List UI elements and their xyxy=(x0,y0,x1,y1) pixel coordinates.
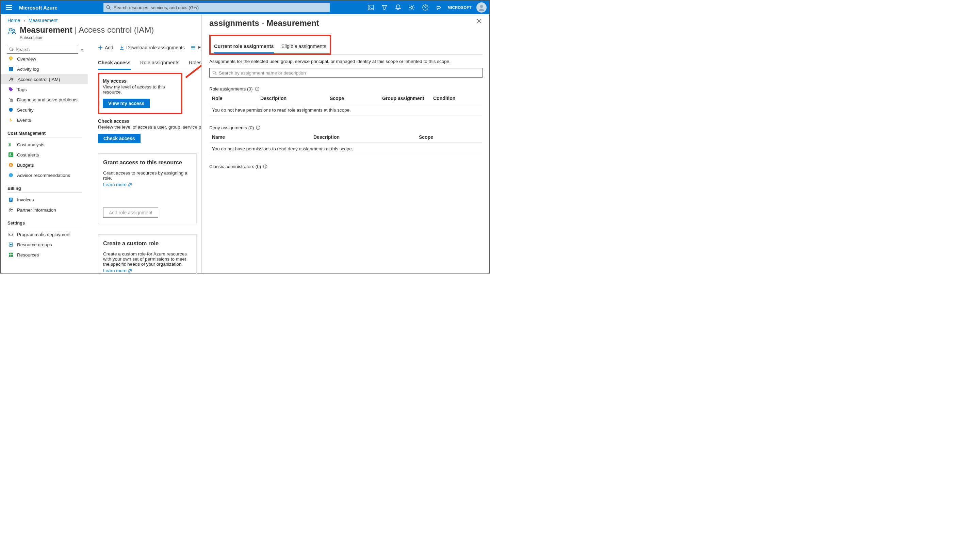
navitem-events[interactable]: Events xyxy=(7,115,88,125)
role-assignments-section: Role assignments (0) xyxy=(209,86,482,92)
custom-card-title: Create a custom role xyxy=(103,240,192,246)
check-access-button[interactable]: Check access xyxy=(98,134,140,143)
svg-text:$: $ xyxy=(8,142,11,147)
info-icon[interactable] xyxy=(255,87,259,91)
info-icon[interactable] xyxy=(256,126,260,130)
svg-line-34 xyxy=(215,73,217,75)
search-icon xyxy=(9,47,14,52)
svg-point-3 xyxy=(411,6,413,8)
tab-check-access[interactable]: Check access xyxy=(98,60,130,70)
notifications-icon[interactable] xyxy=(391,1,405,14)
nav-search-input[interactable] xyxy=(16,47,76,52)
search-icon xyxy=(106,5,111,10)
navitem-programmatic[interactable]: Programmatic deployment xyxy=(7,229,88,240)
search-icon xyxy=(212,71,217,75)
navitem-resource-groups[interactable]: Resource groups xyxy=(7,240,88,250)
svg-point-33 xyxy=(213,71,215,74)
navitem-security[interactable]: Security xyxy=(7,105,88,115)
svg-rect-26 xyxy=(10,244,11,245)
menu-hamburger-icon[interactable] xyxy=(1,5,17,10)
svg-point-12 xyxy=(10,78,11,79)
close-icon[interactable] xyxy=(476,18,482,24)
svg-text:$: $ xyxy=(10,153,11,157)
toolbar-add-button[interactable]: Add xyxy=(98,45,113,50)
navitem-overview[interactable]: Overview xyxy=(7,54,88,64)
external-link-icon xyxy=(128,183,132,187)
svg-line-10 xyxy=(12,50,14,51)
navitem-resources[interactable]: Resources xyxy=(7,250,88,260)
tenant-label: MICROSOFT xyxy=(446,5,474,10)
grant-learn-more-link[interactable]: Learn more xyxy=(103,182,132,187)
svg-rect-30 xyxy=(11,255,13,257)
custom-learn-more-link[interactable]: Learn more xyxy=(103,268,132,273)
rightpane-title: assignments - Measurement xyxy=(209,18,319,28)
navitem-invoices[interactable]: Invoices xyxy=(7,195,88,205)
cloud-shell-icon[interactable] xyxy=(364,1,378,14)
svg-rect-2 xyxy=(368,5,374,10)
grant-card-desc: Grant access to resources by assigning a… xyxy=(103,170,192,181)
svg-point-22 xyxy=(10,208,11,210)
toolbar-download-button[interactable]: Download role assignments xyxy=(119,45,185,50)
collapse-nav-icon[interactable]: « xyxy=(81,47,83,52)
nav-group-settings: Settings xyxy=(8,220,88,226)
user-avatar[interactable] xyxy=(476,2,487,13)
svg-text:$: $ xyxy=(10,164,11,167)
settings-gear-icon[interactable] xyxy=(405,1,418,14)
nav-group-billing: Billing xyxy=(8,186,88,191)
tab-roles[interactable]: Roles xyxy=(189,60,202,70)
info-icon[interactable] xyxy=(263,164,267,169)
pane-tabs-highlight: Current role assignments Eligible assign… xyxy=(209,35,331,55)
global-search[interactable] xyxy=(103,3,330,12)
feedback-icon[interactable] xyxy=(432,1,446,14)
classic-admins-section: Classic administrators (0) xyxy=(209,164,482,169)
tab-role-assignments[interactable]: Role assignments xyxy=(140,60,179,70)
navitem-diagnose[interactable]: Diagnose and solve problems xyxy=(7,95,88,105)
nav-search[interactable] xyxy=(7,45,78,54)
navitem-cost-analysis[interactable]: $Cost analysis xyxy=(7,140,88,149)
role-empty-message: You do not have permissions to read role… xyxy=(209,104,482,116)
tab-eligible-assignments[interactable]: Eligible assignments xyxy=(282,43,326,53)
grant-access-card: Grant access to this resource Grant acce… xyxy=(98,153,197,224)
svg-point-5 xyxy=(437,6,439,9)
page-title: Measurement | Access control (IAM) xyxy=(20,25,154,35)
my-access-title: My access xyxy=(103,78,178,84)
tab-current-role-assignments[interactable]: Current role assignments xyxy=(214,43,274,53)
breadcrumb-home[interactable]: Home xyxy=(8,18,20,23)
svg-point-9 xyxy=(10,48,12,50)
help-icon[interactable] xyxy=(418,1,432,14)
deny-assignments-section: Deny assignments (0) xyxy=(209,125,482,130)
navitem-advisor[interactable]: Advisor recommendations xyxy=(7,170,88,180)
add-role-assignment-button[interactable]: Add role assignment xyxy=(103,208,158,218)
svg-point-8 xyxy=(13,29,14,31)
navitem-budgets[interactable]: $Budgets xyxy=(7,160,88,170)
svg-rect-28 xyxy=(11,253,13,254)
directory-filter-icon[interactable] xyxy=(378,1,391,14)
navitem-partner-info[interactable]: Partner information xyxy=(7,205,88,215)
navitem-cost-alerts[interactable]: $Cost alerts xyxy=(7,149,88,160)
global-search-input[interactable] xyxy=(114,5,327,10)
svg-point-6 xyxy=(480,5,483,8)
svg-point-13 xyxy=(12,78,13,80)
breadcrumb-sep: › xyxy=(21,18,27,23)
my-access-desc: View my level of access to this resource… xyxy=(103,84,178,95)
people-icon xyxy=(8,27,16,35)
navitem-access-control[interactable]: Access control (IAM) xyxy=(1,74,88,84)
navitem-activity-log[interactable]: Activity log xyxy=(7,64,88,74)
left-nav: « Overview Activity log Access control (… xyxy=(1,42,88,271)
nav-group-cost: Cost Management xyxy=(8,130,88,136)
navitem-tags[interactable]: Tags xyxy=(7,84,88,95)
pane-description: Assignments for the selected user, group… xyxy=(209,59,482,64)
my-access-section-highlight: My access View my level of access to thi… xyxy=(98,73,182,114)
deny-table-header: Name Description Scope xyxy=(209,132,482,143)
custom-role-card: Create a custom role Create a custom rol… xyxy=(98,234,197,274)
breadcrumb-current[interactable]: Measurement xyxy=(29,18,58,23)
svg-rect-27 xyxy=(9,253,11,254)
pane-search-input[interactable] xyxy=(219,70,479,76)
toolbar-edit-columns-button[interactable]: E xyxy=(191,45,201,50)
view-my-access-button[interactable]: View my access xyxy=(103,99,150,108)
pane-search[interactable] xyxy=(209,68,482,78)
custom-card-desc: Create a custom role for Azure resources… xyxy=(103,251,192,267)
brand-label: Microsoft Azure xyxy=(17,5,57,11)
resource-type-label: Subscription xyxy=(20,35,154,40)
external-link-icon xyxy=(128,269,132,273)
